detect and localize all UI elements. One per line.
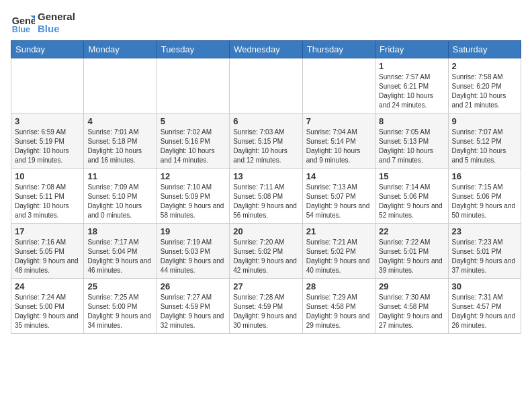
day-info: Sunrise: 7:21 AM Sunset: 5:02 PM Dayligh… [306, 238, 371, 275]
calendar-day-cell: 22Sunrise: 7:22 AM Sunset: 5:01 PM Dayli… [375, 224, 448, 279]
calendar-day-cell [302, 58, 375, 113]
day-info: Sunrise: 7:25 AM Sunset: 5:00 PM Dayligh… [87, 293, 152, 330]
day-of-week-header: Friday [375, 41, 448, 58]
calendar-table: SundayMondayTuesdayWednesdayThursdayFrid… [11, 40, 521, 334]
day-number: 22 [379, 226, 444, 236]
day-number: 11 [87, 171, 152, 181]
day-info: Sunrise: 7:15 AM Sunset: 5:06 PM Dayligh… [452, 183, 517, 220]
day-number: 25 [87, 281, 152, 291]
day-info: Sunrise: 7:05 AM Sunset: 5:13 PM Dayligh… [379, 128, 444, 165]
day-number: 18 [87, 226, 152, 236]
calendar-day-cell: 9Sunrise: 7:07 AM Sunset: 5:12 PM Daylig… [448, 113, 521, 169]
calendar-day-cell: 17Sunrise: 7:16 AM Sunset: 5:05 PM Dayli… [11, 224, 84, 279]
calendar-day-cell: 16Sunrise: 7:15 AM Sunset: 5:06 PM Dayli… [448, 169, 521, 224]
calendar-day-cell: 14Sunrise: 7:13 AM Sunset: 5:07 PM Dayli… [302, 169, 375, 224]
day-of-week-header: Tuesday [157, 41, 229, 58]
calendar-day-cell: 28Sunrise: 7:29 AM Sunset: 4:58 PM Dayli… [302, 279, 375, 334]
day-number: 29 [379, 281, 444, 291]
calendar-day-cell: 15Sunrise: 7:14 AM Sunset: 5:06 PM Dayli… [375, 169, 448, 224]
calendar-day-cell: 1Sunrise: 7:57 AM Sunset: 6:21 PM Daylig… [375, 58, 448, 113]
calendar-day-cell: 25Sunrise: 7:25 AM Sunset: 5:00 PM Dayli… [84, 279, 157, 334]
day-info: Sunrise: 7:14 AM Sunset: 5:06 PM Dayligh… [379, 183, 444, 220]
calendar-day-cell: 21Sunrise: 7:21 AM Sunset: 5:02 PM Dayli… [302, 224, 375, 279]
day-number: 27 [233, 281, 298, 291]
day-info: Sunrise: 7:27 AM Sunset: 4:59 PM Dayligh… [161, 293, 226, 330]
calendar-day-cell: 2Sunrise: 7:58 AM Sunset: 6:20 PM Daylig… [448, 58, 521, 113]
day-number: 21 [306, 226, 371, 236]
day-of-week-header: Thursday [302, 41, 375, 58]
day-info: Sunrise: 7:28 AM Sunset: 4:59 PM Dayligh… [233, 293, 298, 330]
day-number: 6 [233, 116, 298, 126]
logo-icon: General Blue [11, 11, 35, 35]
day-info: Sunrise: 7:57 AM Sunset: 6:21 PM Dayligh… [379, 73, 444, 110]
day-info: Sunrise: 7:13 AM Sunset: 5:07 PM Dayligh… [306, 183, 371, 220]
calendar-day-cell: 26Sunrise: 7:27 AM Sunset: 4:59 PM Dayli… [157, 279, 229, 334]
calendar-day-cell [84, 58, 157, 113]
calendar-day-cell: 11Sunrise: 7:09 AM Sunset: 5:10 PM Dayli… [84, 169, 157, 224]
day-of-week-header: Saturday [448, 41, 521, 58]
calendar-day-cell: 7Sunrise: 7:04 AM Sunset: 5:14 PM Daylig… [302, 113, 375, 169]
calendar-day-cell [230, 58, 302, 113]
day-info: Sunrise: 7:31 AM Sunset: 4:57 PM Dayligh… [452, 293, 517, 330]
day-number: 24 [15, 281, 80, 291]
day-number: 10 [15, 171, 80, 181]
calendar-day-cell: 30Sunrise: 7:31 AM Sunset: 4:57 PM Dayli… [448, 279, 521, 334]
day-info: Sunrise: 7:16 AM Sunset: 5:05 PM Dayligh… [15, 238, 80, 275]
day-number: 3 [15, 116, 80, 126]
day-number: 17 [15, 226, 80, 236]
day-number: 5 [161, 116, 226, 126]
calendar-day-cell: 19Sunrise: 7:19 AM Sunset: 5:03 PM Dayli… [157, 224, 229, 279]
day-number: 30 [452, 281, 517, 291]
page-header: General Blue General Blue [11, 11, 521, 35]
day-number: 16 [452, 171, 517, 181]
day-info: Sunrise: 7:19 AM Sunset: 5:03 PM Dayligh… [161, 238, 226, 275]
day-number: 28 [306, 281, 371, 291]
calendar-day-cell: 29Sunrise: 7:30 AM Sunset: 4:58 PM Dayli… [375, 279, 448, 334]
day-number: 13 [233, 171, 298, 181]
calendar-header-row: SundayMondayTuesdayWednesdayThursdayFrid… [11, 41, 521, 58]
day-number: 2 [452, 61, 517, 71]
day-info: Sunrise: 7:09 AM Sunset: 5:10 PM Dayligh… [87, 183, 152, 220]
calendar-day-cell: 12Sunrise: 7:10 AM Sunset: 5:09 PM Dayli… [157, 169, 229, 224]
day-info: Sunrise: 7:07 AM Sunset: 5:12 PM Dayligh… [452, 128, 517, 165]
day-info: Sunrise: 7:20 AM Sunset: 5:02 PM Dayligh… [233, 238, 298, 275]
day-number: 20 [233, 226, 298, 236]
calendar-week-row: 17Sunrise: 7:16 AM Sunset: 5:05 PM Dayli… [11, 224, 521, 279]
day-number: 4 [87, 116, 152, 126]
day-info: Sunrise: 7:08 AM Sunset: 5:11 PM Dayligh… [15, 183, 80, 220]
day-info: Sunrise: 7:02 AM Sunset: 5:16 PM Dayligh… [161, 128, 226, 165]
calendar-day-cell: 6Sunrise: 7:03 AM Sunset: 5:15 PM Daylig… [230, 113, 302, 169]
day-number: 15 [379, 171, 444, 181]
calendar-day-cell: 5Sunrise: 7:02 AM Sunset: 5:16 PM Daylig… [157, 113, 229, 169]
day-number: 9 [452, 116, 517, 126]
calendar-day-cell: 4Sunrise: 7:01 AM Sunset: 5:18 PM Daylig… [84, 113, 157, 169]
day-info: Sunrise: 7:11 AM Sunset: 5:08 PM Dayligh… [233, 183, 298, 220]
day-of-week-header: Wednesday [230, 41, 302, 58]
calendar-week-row: 1Sunrise: 7:57 AM Sunset: 6:21 PM Daylig… [11, 58, 521, 113]
day-info: Sunrise: 7:01 AM Sunset: 5:18 PM Dayligh… [87, 128, 152, 165]
svg-text:Blue: Blue [12, 25, 30, 34]
day-number: 26 [161, 281, 226, 291]
day-of-week-header: Sunday [11, 41, 84, 58]
day-number: 14 [306, 171, 371, 181]
calendar-day-cell: 18Sunrise: 7:17 AM Sunset: 5:04 PM Dayli… [84, 224, 157, 279]
day-number: 7 [306, 116, 371, 126]
calendar-day-cell [157, 58, 229, 113]
calendar-day-cell: 23Sunrise: 7:23 AM Sunset: 5:01 PM Dayli… [448, 224, 521, 279]
calendar-day-cell: 13Sunrise: 7:11 AM Sunset: 5:08 PM Dayli… [230, 169, 302, 224]
day-info: Sunrise: 7:29 AM Sunset: 4:58 PM Dayligh… [306, 293, 371, 330]
calendar-day-cell: 10Sunrise: 7:08 AM Sunset: 5:11 PM Dayli… [11, 169, 84, 224]
day-number: 23 [452, 226, 517, 236]
calendar-week-row: 10Sunrise: 7:08 AM Sunset: 5:11 PM Dayli… [11, 169, 521, 224]
calendar-day-cell: 27Sunrise: 7:28 AM Sunset: 4:59 PM Dayli… [230, 279, 302, 334]
calendar-day-cell [11, 58, 84, 113]
svg-text:General: General [12, 15, 35, 26]
day-info: Sunrise: 7:22 AM Sunset: 5:01 PM Dayligh… [379, 238, 444, 275]
day-info: Sunrise: 6:59 AM Sunset: 5:19 PM Dayligh… [15, 128, 80, 165]
day-number: 8 [379, 116, 444, 126]
day-number: 1 [379, 61, 444, 71]
calendar-day-cell: 3Sunrise: 6:59 AM Sunset: 5:19 PM Daylig… [11, 113, 84, 169]
calendar-day-cell: 20Sunrise: 7:20 AM Sunset: 5:02 PM Dayli… [230, 224, 302, 279]
day-info: Sunrise: 7:58 AM Sunset: 6:20 PM Dayligh… [452, 73, 517, 110]
calendar-week-row: 24Sunrise: 7:24 AM Sunset: 5:00 PM Dayli… [11, 279, 521, 334]
